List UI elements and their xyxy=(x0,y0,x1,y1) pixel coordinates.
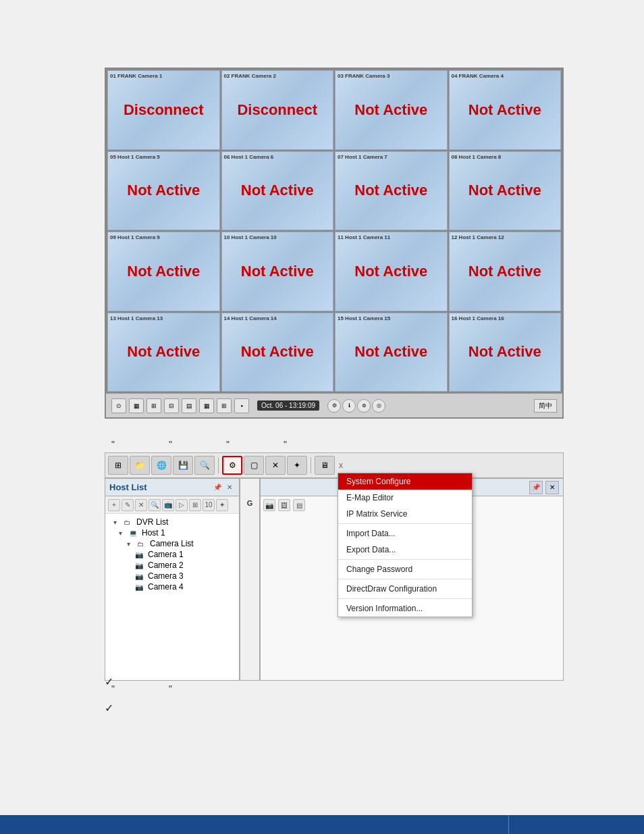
rph-pin-icon[interactable]: 📌 xyxy=(529,481,543,494)
quote-left-2: " xyxy=(226,439,230,450)
ptb-edit[interactable]: ✎ xyxy=(122,499,134,511)
tb-hdd-btn[interactable]: 💾 xyxy=(173,456,193,475)
camera-cell-09[interactable]: 09 Host 1 Camera 9Not Active xyxy=(107,232,220,311)
rpt-btn2[interactable]: 🖼 xyxy=(278,499,290,511)
camera-status-15: Not Active xyxy=(354,343,427,361)
tree-item-2[interactable]: ▾🗀Camera List xyxy=(108,538,236,549)
tree-item-6[interactable]: 📷Camera 4 xyxy=(108,581,236,592)
camera-cell-06[interactable]: 06 Host 1 Camera 6Not Active xyxy=(221,151,334,231)
camera-cell-03[interactable]: 03 FRANK Camera 3Not Active xyxy=(335,70,448,150)
tb-folder-btn[interactable]: 📁 xyxy=(130,456,150,475)
ctx-item-4[interactable]: Import Data... xyxy=(338,525,472,542)
rpt-btn3[interactable]: ▤ xyxy=(293,499,305,511)
layout-single-btn[interactable]: ⊙ xyxy=(111,398,126,413)
tree-item-5[interactable]: 📷Camera 3 xyxy=(108,571,236,581)
rpt-btn1[interactable]: 📷 xyxy=(263,499,275,511)
camera-cell-14[interactable]: 14 Host 1 Camera 14Not Active xyxy=(221,313,334,392)
tree-label-5: Camera 3 xyxy=(148,571,184,581)
camera-status-13: Not Active xyxy=(127,343,200,361)
tb-grid-btn[interactable]: ⊞ xyxy=(108,456,128,475)
ctx-item-0[interactable]: System Configure xyxy=(338,473,472,490)
quote-row: " " " " xyxy=(105,439,564,450)
layout-2x1-btn[interactable]: ▦ xyxy=(129,398,144,413)
video-ctrl-4[interactable]: ◎ xyxy=(372,399,385,413)
host-tree: ▾🗀DVR List▾💻Host 1▾🗀Camera List📷Camera 1… xyxy=(105,514,239,680)
ptb-monitor[interactable]: 📺 xyxy=(162,499,174,511)
tree-item-4[interactable]: 📷Camera 2 xyxy=(108,560,236,571)
camera-cell-07[interactable]: 07 Host 1 Camera 7Not Active xyxy=(335,151,448,231)
camera-status-09: Not Active xyxy=(127,263,200,280)
footer-divider xyxy=(508,815,509,834)
camera-status-16: Not Active xyxy=(468,343,541,361)
tb-network-btn[interactable]: 🌐 xyxy=(151,456,171,475)
tb-monitor-btn[interactable]: 🖥 xyxy=(315,456,335,475)
video-ctrl-3[interactable]: ⊚ xyxy=(357,399,371,413)
ctx-item-1[interactable]: E-Map Editor xyxy=(338,490,472,506)
tree-expand-icon-0: ▾ xyxy=(113,519,122,526)
ptb-counter[interactable]: 10 xyxy=(203,499,215,511)
camera-cell-04[interactable]: 04 FRANK Camera 4Not Active xyxy=(449,70,562,150)
ctx-separator-8 xyxy=(338,579,472,579)
tree-item-0[interactable]: ▾🗀DVR List xyxy=(108,517,236,527)
ctx-item-11[interactable]: Version Information... xyxy=(338,600,472,617)
camera-cell-01[interactable]: 01 FRANK Camera 1Disconnect xyxy=(107,70,220,150)
camera-cell-16[interactable]: 16 Host 1 Camera 16Not Active xyxy=(449,313,562,392)
camera-cell-15[interactable]: 15 Host 1 Camera 15Not Active xyxy=(335,313,448,392)
camera-status-05: Not Active xyxy=(127,182,200,199)
tb-search-btn[interactable]: 🔍 xyxy=(194,456,215,475)
camera-status-08: Not Active xyxy=(468,182,541,199)
ptb-add[interactable]: ✦ xyxy=(216,499,228,511)
camera-cell-10[interactable]: 10 Host 1 Camera 10Not Active xyxy=(221,232,334,311)
tree-label-2: Camera List xyxy=(150,539,194,548)
camera-cell-05[interactable]: 05 Host 1 Camera 5Not Active xyxy=(107,151,220,231)
ctx-item-9[interactable]: DirectDraw Configuration xyxy=(338,581,472,597)
tb-window-btn[interactable]: ▢ xyxy=(244,456,264,475)
camera-cell-12[interactable]: 12 Host 1 Camera 12Not Active xyxy=(449,232,562,311)
camera-label-05: 05 Host 1 Camera 5 xyxy=(110,154,160,160)
camera-status-02: Disconnect xyxy=(237,101,317,119)
tree-item-1[interactable]: ▾💻Host 1 xyxy=(108,527,236,538)
camera-cell-02[interactable]: 02 FRANK Camera 2Disconnect xyxy=(221,70,334,150)
layout-4x4-btn[interactable]: ⊟ xyxy=(164,398,179,413)
ctx-item-2[interactable]: IP Matrix Service xyxy=(338,506,472,522)
camera-cell-11[interactable]: 11 Host 1 Camera 11Not Active xyxy=(335,232,448,311)
camera-cell-13[interactable]: 13 Host 1 Camera 13Not Active xyxy=(107,313,220,392)
tb-sep-2 xyxy=(311,457,311,473)
host-panel-close[interactable]: ✕ xyxy=(224,482,235,493)
ctx-item-5[interactable]: Export Data... xyxy=(338,542,472,558)
host-panel-toolbar: + ✎ ✕ 🔍 📺 ▷ ⊞ 10 ✦ xyxy=(105,496,239,514)
layout-5-btn[interactable]: ▤ xyxy=(182,398,196,413)
host-panel-pin[interactable]: 📌 xyxy=(212,482,223,493)
ptb-search[interactable]: 🔍 xyxy=(149,499,161,511)
camera-label-14: 14 Host 1 Camera 14 xyxy=(224,315,277,321)
footer-bar xyxy=(0,815,644,834)
camera-label-02: 02 FRANK Camera 2 xyxy=(224,73,276,79)
video-ctrl-1[interactable]: ⚙ xyxy=(327,399,341,413)
tb-star-btn[interactable]: ✦ xyxy=(287,456,307,475)
layout-3x1-btn[interactable]: ⊞ xyxy=(146,398,161,413)
video-ctrl-2[interactable]: ℹ xyxy=(342,399,356,413)
layout-custom-btn[interactable]: ⊞ xyxy=(217,398,232,413)
ptb-arrow[interactable]: ▷ xyxy=(176,499,188,511)
video-panel: 01 FRANK Camera 1Disconnect02 FRANK Came… xyxy=(105,68,564,419)
video-toolbar: ⊙ ▦ ⊞ ⊟ ▤ ▦ ⊞ ▪ Oct. 06 - 13:19:09 ⚙ ℹ ⊚… xyxy=(106,393,562,417)
rph-close-icon[interactable]: ✕ xyxy=(545,481,559,494)
tree-item-3[interactable]: 📷Camera 1 xyxy=(108,549,236,560)
quote-right-2: " xyxy=(284,439,287,450)
context-menu: System ConfigureE-Map EditorIP Matrix Se… xyxy=(338,473,473,617)
tree-label-3: Camera 1 xyxy=(148,550,184,559)
language-toggle[interactable]: 简中 xyxy=(534,399,557,413)
camera-status-07: Not Active xyxy=(354,182,427,199)
camera-status-06: Not Active xyxy=(241,182,314,199)
ptb-grid[interactable]: ⊞ xyxy=(189,499,201,511)
tb-close-btn[interactable]: ✕ xyxy=(265,456,286,475)
ptb-delete[interactable]: ✕ xyxy=(135,499,147,511)
layout-6-btn[interactable]: ▦ xyxy=(199,398,214,413)
tree-expand-icon-2: ▾ xyxy=(127,540,135,548)
camera-grid: 01 FRANK Camera 1Disconnect02 FRANK Came… xyxy=(106,69,562,393)
ctx-item-7[interactable]: Change Password xyxy=(338,561,472,577)
camera-cell-08[interactable]: 08 Host 1 Camera 8Not Active xyxy=(449,151,562,231)
ptb-new[interactable]: + xyxy=(108,499,120,511)
tb-config-btn[interactable]: ⚙ xyxy=(222,456,242,475)
layout-full-btn[interactable]: ▪ xyxy=(234,398,249,413)
